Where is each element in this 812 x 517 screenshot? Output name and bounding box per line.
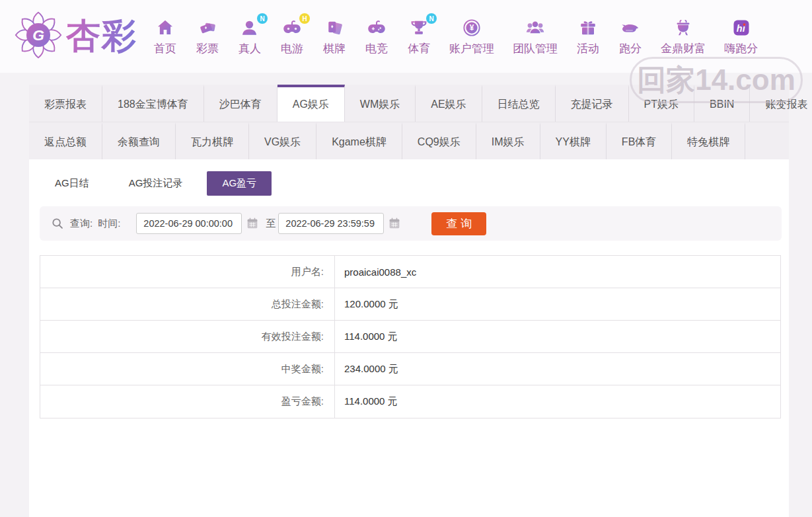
nav-item-electronic-games[interactable]: H电游 [271,17,313,56]
report-tab-row1-7[interactable]: 充提记录 [556,85,629,122]
report-tabs-row1: 彩票报表188金宝博体育沙巴体育AG娱乐WM娱乐AE娱乐日结总览充提记录PT娱乐… [29,85,789,122]
team-icon [523,17,547,39]
report-tab-row1-3[interactable]: AG娱乐 [277,85,345,122]
nav-item-label: 账户管理 [449,41,494,56]
calendar-icon[interactable] [388,217,401,230]
report-tab-row2-9[interactable]: 特兔棋牌 [672,122,745,159]
svg-text:¥: ¥ [470,23,474,32]
table-row: 有效投注金额:114.0000 元 [40,321,780,353]
top-header: G 杏彩 首页彩票N真人H电游棋牌电竞N体育¥账户管理团队管理活动跑分金鼎财富h… [0,0,812,73]
report-tab-row2-7[interactable]: YY棋牌 [540,122,607,159]
table-row: 总投注金额:120.0000 元 [40,288,780,321]
nav-item-label: 团队管理 [513,41,558,56]
coin-yuan-icon: ¥ [460,17,484,39]
table-row: 用户名:proaicai0088_xc [40,256,780,288]
query-label: 查询: [70,218,92,230]
row-value: proaicai0088_xc [335,256,416,288]
to-label: 至 [266,218,276,230]
report-tab-row2-8[interactable]: FB体育 [607,122,672,159]
start-time-input[interactable] [136,213,242,234]
tab-content: AG日结AG投注记录AG盈亏 查询: 时间: 至 查 询 用户名:proaica… [29,159,789,517]
query-button[interactable]: 查 询 [431,212,486,235]
row-label: 盈亏金额: [40,385,335,418]
nav-item-label: 嗨跑分 [724,41,758,56]
nav-item-label: 棋牌 [323,41,346,56]
table-row: 盈亏金额:114.0000 元 [40,385,780,418]
report-tab-row1-0[interactable]: 彩票报表 [29,85,102,122]
row-value: 120.0000 元 [335,288,398,320]
row-label: 有效投注金额: [40,321,335,352]
live-person-icon: N [238,17,262,39]
nav-item-board-games[interactable]: 棋牌 [313,17,355,56]
report-tab-row1-8[interactable]: PT娱乐 [629,85,694,122]
cards-icon [322,17,346,39]
search-icon [50,216,65,231]
svg-text:G: G [32,26,44,44]
report-tab-row2-4[interactable]: Kgame棋牌 [316,122,402,159]
ag-subtabs: AG日结AG投注记录AG盈亏 [40,171,789,196]
report-tab-row1-2[interactable]: 沙巴体育 [204,85,277,122]
row-label: 用户名: [40,256,335,288]
nav-item-account-management[interactable]: ¥账户管理 [440,17,503,56]
nav-item-team-management[interactable]: 团队管理 [503,17,567,56]
nav-item-label: 金鼎财富 [661,41,706,56]
brand-flower-icon: G [13,10,63,63]
row-value: 114.0000 元 [335,321,398,352]
nav-item-esports[interactable]: 电竞 [355,17,398,56]
report-tab-row1-5[interactable]: AE娱乐 [416,85,482,122]
nav-item-paofen[interactable]: 跑分 [609,17,651,56]
home-icon [153,17,177,39]
primary-nav: 首页彩票N真人H电游棋牌电竞N体育¥账户管理团队管理活动跑分金鼎财富hi嗨跑分 [144,17,767,56]
report-tab-row1-1[interactable]: 188金宝博体育 [102,85,204,122]
query-bar: 查询: 时间: 至 查 询 [40,206,782,241]
report-tab-row2-0[interactable]: 返点总额 [29,122,102,159]
ag-subtab-1[interactable]: AG投注记录 [114,171,198,196]
ag-subtab-2[interactable]: AG盈亏 [207,171,272,196]
report-tab-row2-5[interactable]: CQ9娱乐 [402,122,476,159]
row-label: 中奖金额: [40,353,335,385]
end-time-input[interactable] [278,213,384,234]
nav-item-label: 真人 [239,41,261,56]
gift-icon [576,17,600,39]
report-tab-row2-1[interactable]: 余额查询 [102,122,176,159]
report-tab-row2-6[interactable]: IM娱乐 [476,122,540,159]
nav-item-label: 活动 [577,41,599,56]
time-label: 时间: [98,218,120,230]
nav-item-live-casino[interactable]: N真人 [229,17,271,56]
row-value: 234.0000 元 [335,353,398,385]
nav-badge: N [257,13,268,24]
profit-summary-table: 用户名:proaicai0088_xc总投注金额:120.0000 元有效投注金… [40,255,781,418]
rhino-icon [618,17,642,39]
brand-name: 杏彩 [66,13,137,60]
report-tabs-row2: 返点总额余额查询瓦力棋牌VG娱乐Kgame棋牌CQ9娱乐IM娱乐YY棋牌FB体育… [29,122,789,159]
ding-icon [671,17,695,39]
nav-item-jinding-wealth[interactable]: 金鼎财富 [651,17,715,56]
calendar-icon[interactable] [246,217,259,230]
nav-item-sports[interactable]: N体育 [398,17,440,56]
report-tab-row1-6[interactable]: 日结总览 [482,85,556,122]
nav-item-activity[interactable]: 活动 [567,17,609,56]
brand-logo[interactable]: G 杏彩 [13,10,137,63]
report-panel: 彩票报表188金宝博体育沙巴体育AG娱乐WM娱乐AE娱乐日结总览充提记录PT娱乐… [29,85,789,517]
nav-item-home[interactable]: 首页 [144,17,186,56]
row-value: 114.0000 元 [335,385,398,418]
report-tab-row2-2[interactable]: 瓦力棋牌 [176,122,249,159]
nav-item-label: 体育 [408,41,430,56]
nav-item-label: 跑分 [619,41,642,56]
report-tab-row1-10[interactable]: 账变报表 [750,85,812,122]
esports-gamepad-icon [365,17,388,39]
report-tab-row2-3[interactable]: VG娱乐 [249,122,316,159]
report-tab-row1-9[interactable]: BBIN [694,85,750,122]
ag-subtab-0[interactable]: AG日结 [40,171,104,196]
trophy-icon: N [407,17,431,39]
nav-item-label: 电游 [281,41,303,56]
row-label: 总投注金额: [40,288,335,320]
nav-badge: H [299,13,310,24]
nav-item-label: 首页 [154,41,176,56]
table-row: 中奖金额:234.0000 元 [40,353,780,385]
egame-gamepad-icon: H [280,17,304,39]
nav-item-hi-paofen[interactable]: hi嗨跑分 [715,17,767,56]
hi-app-icon: hi [729,17,753,39]
report-tab-row1-4[interactable]: WM娱乐 [345,85,416,122]
nav-item-lottery[interactable]: 彩票 [186,17,229,56]
